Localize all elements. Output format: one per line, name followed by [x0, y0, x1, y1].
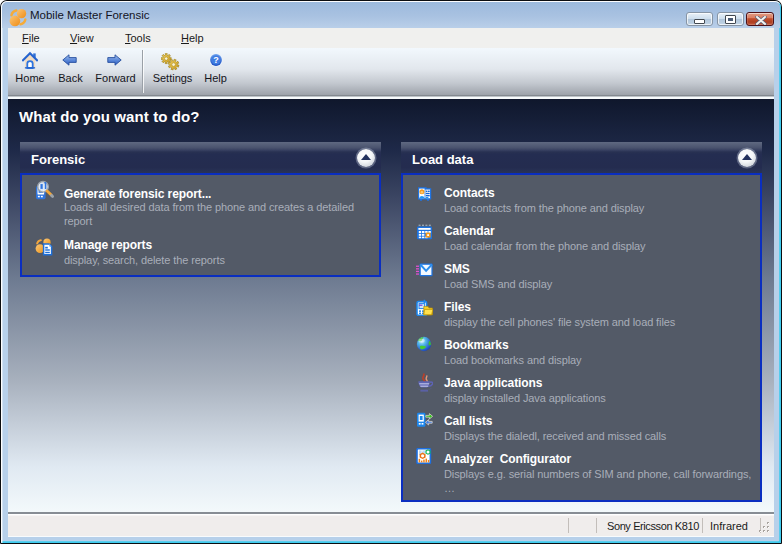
svg-text:?: ? — [213, 55, 219, 65]
